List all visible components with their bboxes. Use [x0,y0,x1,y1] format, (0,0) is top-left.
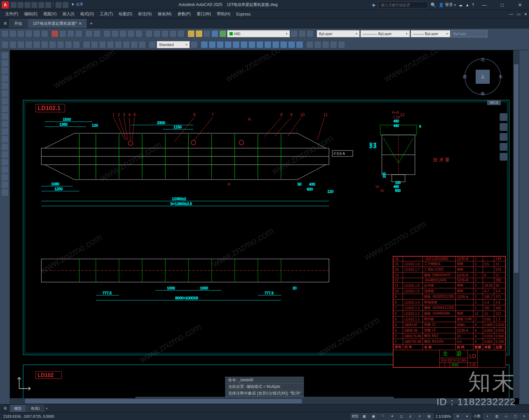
menu-tools[interactable]: 工具(T) [97,10,115,18]
tb-dimqck-icon[interactable] [57,41,64,48]
tb-dimted-icon[interactable] [139,41,146,48]
tb-dimalg-icon[interactable] [9,41,17,48]
tb-layer-icon[interactable] [187,30,195,37]
tb-dimarc-icon[interactable] [17,41,24,48]
menu-view[interactable]: 视图(V) [41,10,59,18]
tool-gradient-icon[interactable] [2,159,8,165]
tb-insp-icon[interactable] [115,41,122,48]
qat-web-icon[interactable] [38,2,44,8]
viewcube-west[interactable]: 西 [463,74,467,80]
tb-extend-icon[interactable] [264,41,271,48]
sb-transp-icon[interactable]: ▤ [425,413,433,420]
tb-scale-icon[interactable] [224,41,232,48]
tb-layeroff-icon[interactable] [203,30,211,37]
menu-express[interactable]: Express [234,11,253,18]
tb-dimspc-icon[interactable] [83,41,90,48]
signin-button[interactable]: 👤 登录 ▾ [439,2,456,8]
tb-layerstate-icon[interactable] [299,30,306,37]
scrollbar-vertical[interactable] [513,50,519,398]
tb-dimlin-icon[interactable] [1,41,9,48]
tool-insert-icon[interactable] [2,128,8,135]
qat-save-icon[interactable] [24,2,30,8]
tb-tool-icon[interactable] [169,30,177,37]
tool-xline-icon[interactable] [2,60,8,66]
tb-jog-icon[interactable] [123,41,130,48]
tab-current-drawing[interactable]: 10T电动单梁起重机套图* ✕ [28,19,87,28]
help-icon[interactable]: ? [472,3,474,7]
sb-workspace-icon[interactable]: ▥ [492,413,501,420]
viewcube-north[interactable]: 北 [481,57,485,63]
tb-blockins-icon[interactable] [314,41,321,48]
nav-pan-icon[interactable] [500,123,508,131]
tool-region-icon[interactable] [2,166,8,173]
tb-rotate-icon[interactable] [217,41,224,48]
nav-showmotion-icon[interactable] [500,153,508,161]
tb-preview-icon[interactable] [33,30,40,37]
tool-addsel-icon[interactable] [2,189,8,196]
app-basket-icon[interactable]: ▲ [465,3,469,7]
help-search-input[interactable] [378,2,428,8]
tb-dimbase-icon[interactable] [65,41,72,48]
app-exchange-icon[interactable]: ☁ [459,3,463,7]
tab-layout1[interactable]: 布局1 [26,405,44,412]
tb-match-icon[interactable] [75,30,82,37]
tab-close-icon[interactable]: ✕ [79,21,82,26]
sb-osnap-icon[interactable]: ◻ [397,413,406,420]
tb-open-icon[interactable] [9,30,17,37]
wcs-indicator[interactable]: WCS [487,100,501,105]
tb-zoom-icon[interactable] [111,30,119,37]
tab-start[interactable]: 开始 [9,19,27,28]
scrollbar-thumb[interactable] [25,399,302,403]
qat-plot-icon[interactable] [45,2,51,8]
qat-undo-icon[interactable] [56,2,61,8]
menu-help[interactable]: 帮助(H) [214,10,233,18]
tool-table-icon[interactable] [2,174,8,181]
tb-tol-icon[interactable] [99,41,106,48]
menu-modify[interactable]: 修改(M) [155,10,174,18]
menu-edit[interactable]: 编辑(E) [21,10,40,18]
tb-chamfer-icon[interactable] [280,41,287,48]
window-close-button[interactable]: ✕ [512,0,528,10]
tb-trim-icon[interactable] [256,41,264,48]
tb-dimrad-icon[interactable] [33,41,40,48]
menu-insert[interactable]: 插入(I) [60,10,77,18]
tool-arc-icon[interactable] [2,90,8,97]
tool-rect-icon[interactable] [2,83,8,89]
tool-circle-icon[interactable] [2,98,8,105]
tb-zoomprev-icon[interactable] [127,30,135,37]
tb-xref-icon[interactable] [338,41,345,48]
sb-clean-icon[interactable]: ▢ [511,413,519,420]
qat-new-icon[interactable] [11,2,17,8]
tb-blockedit-icon[interactable] [322,41,329,48]
sb-monitor-icon[interactable]: ▭ [502,413,510,420]
sb-polar-icon[interactable]: ✦ [388,413,396,420]
tb-redo-icon[interactable] [93,30,101,37]
tb-cen-icon[interactable] [107,41,114,48]
nav-zoom-icon[interactable] [500,133,508,141]
tb-dimdia-icon[interactable] [41,41,48,48]
tb-pan-icon[interactable] [103,30,111,37]
menu-window[interactable]: 窗口(W) [194,10,214,18]
tb-layerlock-icon[interactable] [219,30,226,37]
tb-offset-icon[interactable] [240,41,248,48]
tool-line-icon[interactable] [2,52,8,59]
tb-erase-icon[interactable] [296,41,303,48]
add-layout-button[interactable]: ＋ [45,406,49,411]
tb-array-icon[interactable] [248,41,256,48]
tb-dwgcomp-icon[interactable] [153,30,161,37]
tb-print-icon[interactable] [25,30,32,37]
tb-publish-icon[interactable] [41,30,48,37]
doc-close-button[interactable]: ✕ [522,12,529,17]
tb-paste-icon[interactable] [67,30,74,37]
tb-block-icon[interactable] [306,41,313,48]
tb-save-icon[interactable] [17,30,24,37]
menu-params[interactable]: 参数(P) [175,10,193,18]
tb-attr-icon[interactable] [330,41,337,48]
tool-hatch-icon[interactable] [2,151,8,158]
qat-redo-icon[interactable] [62,2,68,8]
sb-grid-icon[interactable]: ▦ [360,413,369,420]
menu-draw[interactable]: 绘图(D) [116,10,135,18]
tb-fillet-icon[interactable] [272,41,279,48]
dimstyle-dropdown[interactable]: Standard▾ [157,41,190,48]
sb-snap-icon[interactable]: ▣ [369,413,378,420]
